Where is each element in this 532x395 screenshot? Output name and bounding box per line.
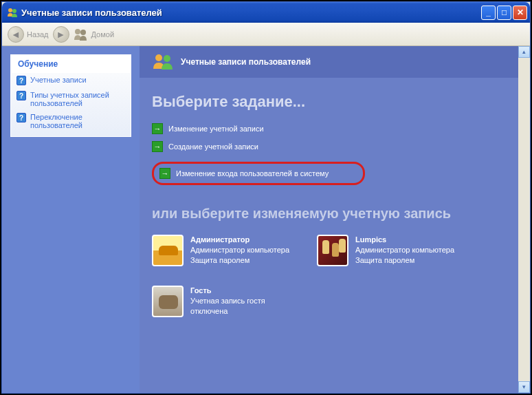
svg-point-2 — [75, 29, 80, 34]
task-change-logon[interactable]: → Изменение входа пользователей в систем… — [159, 168, 329, 179]
arrow-icon: → — [152, 123, 163, 134]
task-change-account[interactable]: → Изменение учетной записи — [152, 123, 518, 134]
svg-point-0 — [8, 8, 12, 12]
scroll-down-button[interactable]: ▾ — [518, 381, 530, 393]
sidebar-item-accounts[interactable]: ? Учетные записи — [11, 73, 131, 88]
arrow-icon: → — [159, 168, 170, 179]
account-heading: или выберите изменяемую учетную запись — [152, 204, 518, 222]
home-label: Домой — [91, 30, 115, 39]
scrollbar[interactable]: ▴ ▾ — [518, 46, 530, 393]
content-area: Обучение ? Учетные записи ? Типы учетных… — [2, 46, 530, 393]
sidebar-item-label: Типы учетных записей пользователей — [30, 91, 124, 107]
account-status: Защита паролем — [355, 255, 454, 266]
scroll-track[interactable] — [518, 58, 530, 381]
users-icon — [152, 53, 174, 71]
svg-point-4 — [155, 54, 162, 61]
avatar — [152, 286, 184, 317]
help-icon: ? — [16, 76, 26, 85]
account-administrator[interactable]: Администратор Администратор компьютера З… — [152, 235, 296, 266]
svg-point-5 — [164, 55, 170, 62]
home-button[interactable]: Домой — [74, 28, 115, 41]
sidebar-item-label: Учетные записи — [30, 76, 87, 84]
account-role: Учетная запись гостя отключена — [190, 296, 296, 317]
account-info: Гость Учетная запись гостя отключена — [190, 286, 296, 317]
task-heading: Выберите задание... — [152, 93, 518, 111]
avatar — [317, 235, 348, 266]
sidebar: Обучение ? Учетные записи ? Типы учетных… — [2, 46, 140, 393]
forward-icon: ► — [53, 26, 69, 43]
back-button[interactable]: ◄ Назад — [8, 26, 49, 43]
account-name: Lumpics — [355, 235, 454, 245]
forward-button[interactable]: ► — [53, 26, 69, 43]
main-header: Учетные записи пользователей — [140, 46, 530, 78]
task-create-account[interactable]: → Создание учетной записи — [152, 141, 518, 152]
home-icon — [74, 28, 89, 41]
main-header-title: Учетные записи пользователей — [181, 57, 311, 67]
account-guest[interactable]: Гость Учетная запись гостя отключена — [152, 286, 296, 317]
account-name: Гость — [190, 286, 296, 296]
window-title: Учетные записи пользователей — [21, 8, 481, 18]
main-content: Выберите задание... → Изменение учетной … — [140, 93, 530, 324]
avatar — [152, 235, 184, 266]
sidebar-header: Обучение — [11, 55, 131, 73]
close-button[interactable]: ✕ — [513, 6, 527, 20]
minimize-button[interactable]: _ — [481, 6, 496, 20]
sidebar-item-account-types[interactable]: ? Типы учетных записей пользователей — [11, 88, 131, 110]
svg-point-3 — [80, 30, 86, 35]
svg-point-1 — [12, 9, 16, 13]
task-label: Изменение учетной записи — [168, 125, 264, 133]
maximize-button[interactable]: □ — [497, 6, 511, 20]
sidebar-panel: Обучение ? Учетные записи ? Типы учетных… — [10, 54, 131, 137]
account-role: Администратор компьютера — [190, 245, 289, 255]
toolbar: ◄ Назад ► Домой — [2, 23, 530, 46]
task-label: Изменение входа пользователей в систему — [176, 169, 329, 178]
account-name: Администратор — [190, 235, 289, 245]
accounts-list: Администратор Администратор компьютера З… — [152, 235, 518, 317]
window: Учетные записи пользователей _ □ ✕ ◄ Наз… — [1, 1, 531, 394]
account-status: Защита паролем — [190, 255, 289, 266]
users-icon — [7, 7, 18, 18]
help-icon: ? — [16, 113, 26, 122]
account-info: Lumpics Администратор компьютера Защита … — [355, 235, 454, 266]
arrow-icon: → — [152, 141, 163, 152]
scroll-up-button[interactable]: ▴ — [518, 46, 530, 58]
back-label: Назад — [27, 30, 49, 39]
account-role: Администратор компьютера — [355, 245, 454, 255]
task-label: Создание учетной записи — [168, 142, 258, 151]
window-controls: _ □ ✕ — [481, 6, 527, 20]
highlighted-task: → Изменение входа пользователей в систем… — [152, 162, 365, 185]
titlebar[interactable]: Учетные записи пользователей _ □ ✕ — [2, 2, 530, 23]
help-icon: ? — [16, 91, 26, 100]
main-panel: Учетные записи пользователей Выберите за… — [140, 46, 530, 393]
account-lumpics[interactable]: Lumpics Администратор компьютера Защита … — [317, 235, 461, 266]
sidebar-item-switch-users[interactable]: ? Переключение пользователей — [11, 110, 131, 136]
back-icon: ◄ — [8, 26, 24, 43]
account-info: Администратор Администратор компьютера З… — [190, 235, 289, 266]
sidebar-item-label: Переключение пользователей — [30, 113, 124, 129]
